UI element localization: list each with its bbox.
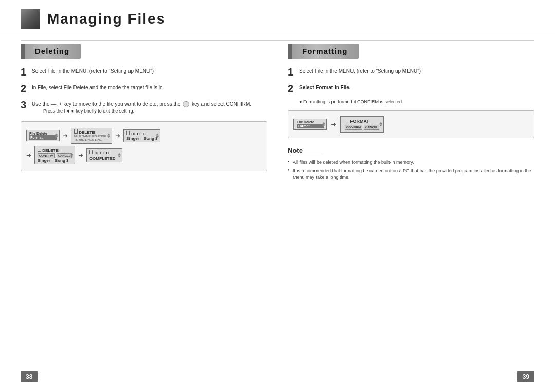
formatting-step2: 2 Select Format in File. bbox=[288, 82, 534, 95]
left-column: Deleting 1 Select File in the MENU. (ref… bbox=[21, 44, 267, 182]
deleting-title: Deleting bbox=[32, 47, 69, 55]
deleting-diagram: File Delete Format ➜ bbox=[21, 121, 267, 172]
delete-completed-title: DELETE bbox=[89, 150, 119, 155]
scroll-down-icon bbox=[55, 136, 58, 138]
deleting-step3-number: 3 bbox=[21, 99, 32, 111]
confirm-cancel-row: CONFIRM CANCEL bbox=[38, 153, 72, 158]
formatting-section-header: Formatting bbox=[288, 44, 359, 59]
arrow-2: ➜ bbox=[115, 132, 120, 139]
delete-row-1: File Delete Format ➜ bbox=[26, 128, 160, 144]
formatting-diagram: File Delete Format ➜ FORMAT CONFIRM bbox=[288, 110, 534, 138]
trash-icon-f bbox=[345, 119, 348, 123]
scroll-down-icon-2 bbox=[107, 136, 110, 138]
deleting-section-header: Deleting bbox=[21, 44, 81, 59]
content-area: Deleting 1 Select File in the MENU. (ref… bbox=[0, 44, 555, 182]
deleting-step1-text: Select File in the MENU. (refer to "Sett… bbox=[32, 66, 154, 75]
right-column: Formatting 1 Select File in the MENU. (r… bbox=[288, 44, 534, 182]
formatting-step2-number: 2 bbox=[288, 82, 299, 95]
scroll-up-icon-5 bbox=[118, 153, 121, 155]
file-delete-selected: Format bbox=[29, 135, 57, 140]
scroll-arrows-f1 bbox=[322, 122, 325, 126]
formatting-step1-text: Select File in the MENU. (refer to "Sett… bbox=[299, 66, 421, 75]
format-confirm-cancel: CONFIRM CANCEL bbox=[345, 125, 379, 130]
page-header: Managing Files bbox=[0, 0, 555, 34]
deleting-step2-text: In File, select File Delete and the mode… bbox=[32, 82, 164, 91]
ok-button-icon bbox=[183, 101, 189, 107]
formatting-step1-number: 1 bbox=[288, 66, 299, 78]
deleting-step3-sub: Press the I◄◄ key briefly to exit the se… bbox=[43, 108, 251, 115]
arrow-1: ➜ bbox=[63, 132, 68, 139]
scroll-up-icon-4 bbox=[70, 153, 73, 155]
format-confirm-label: CONFIRM bbox=[345, 125, 362, 130]
scroll-arrows-1 bbox=[55, 134, 58, 138]
delete-confirm-title: DELETE bbox=[38, 147, 72, 153]
arrow-f1: ➜ bbox=[331, 121, 336, 128]
singer-song-label-1: Singer – Song 3 bbox=[126, 136, 157, 141]
completed-label: COMPLETED bbox=[89, 156, 119, 161]
page-container: Managing Files Deleting 1 Select File in… bbox=[0, 0, 555, 392]
formatting-step2-container: 2 Select Format in File. ● Formatting is… bbox=[288, 82, 534, 105]
format-file-box: File Delete Format bbox=[293, 119, 327, 130]
confirm-label: CONFIRM bbox=[38, 153, 55, 158]
delete-list-items: MILE SAMPLES RNGE TRYBE LINES LINE bbox=[74, 135, 109, 143]
page-title: Managing Files bbox=[47, 11, 165, 27]
trash-icon-3 bbox=[38, 147, 41, 152]
formatting-title: Formatting bbox=[299, 47, 347, 55]
scroll-arrows-f2 bbox=[379, 122, 382, 126]
formatting-step1: 1 Select File in the MENU. (refer to "Se… bbox=[288, 66, 534, 78]
delete-list-box: DELETE MILE SAMPLES RNGE TRYBE LINES LIN… bbox=[71, 128, 112, 144]
note-item-2: It is recommended that formatting be car… bbox=[288, 167, 534, 180]
formatting-step2-sub: ● Formatting is performed if CONFIRM is … bbox=[299, 99, 534, 105]
arrow-3: ➜ bbox=[26, 152, 31, 159]
scroll-down-icon-4 bbox=[70, 156, 73, 158]
deleting-step3-text: Use the —, + key to move to the file you… bbox=[32, 99, 251, 108]
format-confirm-box: FORMAT CONFIRM CANCEL bbox=[340, 116, 384, 133]
scroll-up-icon-3 bbox=[156, 134, 159, 136]
divider-line bbox=[21, 40, 534, 41]
scroll-arrows-5 bbox=[118, 153, 121, 158]
deleting-step1-number: 1 bbox=[21, 66, 32, 78]
delete-song-title: DELETE bbox=[126, 131, 157, 136]
page-number-left: 38 bbox=[21, 371, 38, 382]
scroll-arrows-3 bbox=[156, 134, 159, 138]
delete-confirm-box: DELETE CONFIRM CANCEL Singer – Song 3 bbox=[34, 146, 75, 164]
delete-list-title: DELETE bbox=[74, 129, 109, 135]
deleting-step2-number: 2 bbox=[21, 82, 32, 95]
delete-row-2: ➜ DELETE CONFIRM CANCEL Singer – S bbox=[26, 146, 160, 164]
scroll-arrows-4 bbox=[70, 153, 73, 158]
scroll-up-icon bbox=[55, 134, 58, 136]
scroll-down-f1 bbox=[322, 124, 325, 126]
scroll-up-f2 bbox=[379, 122, 382, 124]
deleting-step2: 2 In File, select File Delete and the mo… bbox=[21, 82, 267, 95]
scroll-down-icon-3 bbox=[156, 136, 159, 138]
note-section: Note All files will be deleted when form… bbox=[288, 145, 534, 181]
note-item-1: All files will be deleted when formattin… bbox=[288, 159, 534, 166]
delete-rows: File Delete Format ➜ bbox=[26, 128, 160, 165]
header-icon bbox=[21, 9, 40, 29]
format-cancel-label: CANCEL bbox=[364, 125, 379, 130]
cancel-label: CANCEL bbox=[57, 153, 72, 158]
scroll-arrows-2 bbox=[107, 134, 110, 138]
trash-icon-1 bbox=[74, 129, 78, 134]
scroll-up-icon-2 bbox=[107, 134, 110, 136]
format-file-selected: Format bbox=[297, 124, 324, 128]
scroll-up-f1 bbox=[322, 122, 325, 124]
file-delete-title: File Delete bbox=[29, 132, 57, 135]
file-delete-box: File Delete Format bbox=[26, 130, 60, 141]
page-number-right: 39 bbox=[517, 371, 534, 382]
scroll-down-icon-5 bbox=[118, 156, 121, 158]
delete-completed-box: DELETE COMPLETED bbox=[86, 148, 122, 162]
note-title: Note bbox=[288, 146, 323, 156]
format-box-title: FORMAT bbox=[345, 119, 379, 124]
delete-song-box: DELETE Singer – Song 3 bbox=[123, 129, 160, 142]
deleting-step1: 1 Select File in the MENU. (refer to "Se… bbox=[21, 66, 267, 78]
scroll-down-f2 bbox=[379, 124, 382, 126]
trash-icon-2 bbox=[126, 131, 130, 135]
format-file-title: File Delete bbox=[297, 120, 324, 124]
singer-song-label-2: Singer – Song 3 bbox=[38, 158, 72, 163]
arrow-4: ➜ bbox=[78, 152, 83, 159]
formatting-step2-text: Select Format in File. bbox=[299, 82, 351, 91]
deleting-step3: 3 Use the —, + key to move to the file y… bbox=[21, 99, 267, 116]
trash-icon-4 bbox=[89, 150, 93, 154]
